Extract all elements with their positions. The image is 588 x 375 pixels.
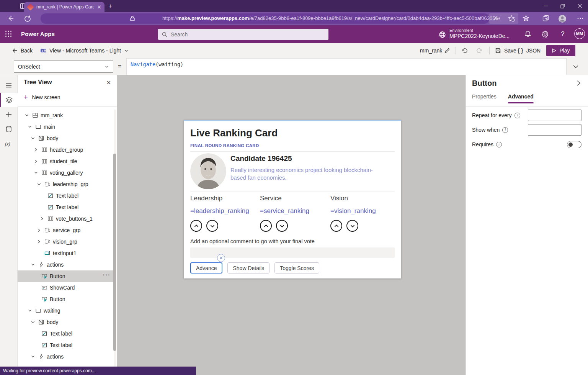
- insert-icon[interactable]: [0, 107, 18, 122]
- new-screen-button[interactable]: + New screen: [24, 94, 60, 100]
- formula-input[interactable]: Navigate(waiting): [126, 58, 567, 75]
- play-button[interactable]: Play: [546, 45, 575, 56]
- formula-expand-icon[interactable]: [572, 63, 580, 70]
- chevron-right-icon[interactable]: [34, 147, 41, 153]
- info-icon[interactable]: i: [496, 142, 502, 147]
- undo-icon[interactable]: [462, 43, 468, 58]
- account-avatar[interactable]: MM: [574, 28, 585, 39]
- tree-item-header-group[interactable]: header_group: [18, 144, 114, 156]
- chevron-down-icon[interactable]: [31, 135, 38, 141]
- tree-item-text-label[interactable]: Text label: [18, 201, 114, 213]
- vote-up-button[interactable]: [190, 220, 202, 232]
- design-canvas[interactable]: Live Ranking Card FINAL ROUND RANKING CA…: [117, 75, 466, 375]
- show-when-input[interactable]: [528, 124, 581, 136]
- tree-view-icon[interactable]: [0, 93, 18, 107]
- tree-item-button[interactable]: Button···: [18, 270, 114, 282]
- vote-up-button[interactable]: [260, 220, 272, 232]
- search-input[interactable]: [171, 31, 325, 38]
- tree-item-actions[interactable]: actions: [18, 259, 114, 270]
- show-details-button[interactable]: Show Details: [227, 262, 270, 273]
- tree-item-text-label[interactable]: Text label: [18, 190, 114, 201]
- chevron-down-icon[interactable]: [28, 308, 35, 314]
- back-icon[interactable]: [7, 15, 15, 22]
- advance-button[interactable]: Advance: [190, 262, 222, 273]
- panel-collapse-icon[interactable]: [575, 80, 582, 87]
- view-theme-selector[interactable]: T View - Microsoft Teams - Light: [40, 43, 129, 58]
- app-name[interactable]: Power Apps: [21, 31, 55, 37]
- browser-tab[interactable]: mm_rank | Power Apps Cards ✕: [24, 2, 105, 12]
- live-ranking-card[interactable]: Live Ranking Card FINAL ROUND RANKING CA…: [184, 120, 401, 278]
- info-icon[interactable]: i: [514, 113, 520, 118]
- tree-item-service-grp[interactable]: service_grp: [18, 224, 114, 236]
- tree-item-actions[interactable]: actions: [18, 351, 114, 362]
- tree-item-vote-buttons-1[interactable]: vote_buttons_1: [18, 213, 114, 224]
- favorites-icon[interactable]: [522, 15, 530, 22]
- help-icon[interactable]: ?: [559, 30, 567, 38]
- settings-gear-icon[interactable]: [541, 30, 549, 38]
- environment-picker[interactable]: Environment MPPC2022-KeynoteDe...: [439, 28, 510, 39]
- search-box[interactable]: [158, 29, 328, 40]
- repeat-for-every-input[interactable]: [528, 110, 581, 121]
- chevron-down-icon[interactable]: [34, 170, 41, 176]
- more-options-icon[interactable]: ···: [103, 272, 111, 278]
- tree-item-text-label[interactable]: Text label: [18, 339, 114, 351]
- tree-item-textinput1[interactable]: textInput1: [18, 247, 114, 259]
- back-button[interactable]: Back: [11, 43, 33, 58]
- dismiss-x-icon[interactable]: ✕: [217, 254, 225, 262]
- tree-item-showcard[interactable]: ShowCard: [18, 282, 114, 293]
- data-icon[interactable]: [0, 122, 18, 136]
- json-button[interactable]: { } JSON: [518, 43, 541, 58]
- info-icon[interactable]: i: [502, 127, 508, 133]
- chevron-down-icon[interactable]: [31, 319, 38, 325]
- browser-profile-icon[interactable]: [558, 15, 566, 22]
- formulas-icon[interactable]: (x): [0, 136, 18, 151]
- tab-close-icon[interactable]: ✕: [97, 4, 101, 10]
- notifications-icon[interactable]: [524, 30, 532, 38]
- lock-icon[interactable]: [129, 15, 136, 21]
- chevron-right-icon[interactable]: [37, 227, 44, 233]
- property-selector[interactable]: OnSelect: [14, 61, 113, 73]
- toggle-scores-button[interactable]: Toggle Scores: [274, 262, 319, 273]
- vote-down-button[interactable]: [346, 220, 358, 232]
- read-aloud-icon[interactable]: A: [493, 15, 501, 22]
- tree-scrollbar[interactable]: [114, 110, 116, 374]
- tree-item-body[interactable]: body: [18, 316, 114, 328]
- tree-view-close-icon[interactable]: ✕: [105, 79, 112, 86]
- new-tab-icon[interactable]: +: [108, 3, 112, 9]
- tree-item-voting-gallery[interactable]: voting_gallery: [18, 167, 114, 178]
- favorite-add-icon[interactable]: [508, 15, 515, 22]
- vote-up-button[interactable]: [330, 220, 342, 232]
- window-restore-icon[interactable]: [554, 0, 571, 12]
- tree-item-leadership-grp[interactable]: leadership_grp: [18, 178, 114, 190]
- refresh-icon[interactable]: [24, 15, 31, 22]
- browser-settings-more-icon[interactable]: [577, 15, 584, 22]
- window-minimize-icon[interactable]: [537, 0, 554, 12]
- tree-item-body[interactable]: body: [18, 133, 114, 144]
- redo-icon[interactable]: [476, 43, 482, 58]
- requires-toggle[interactable]: [567, 141, 581, 148]
- chevron-down-icon[interactable]: [31, 262, 38, 268]
- url-bar[interactable]: https://make.preview.powerapps.com/e/7ad…: [41, 13, 489, 24]
- tree-scrollbar-thumb[interactable]: [113, 154, 116, 351]
- chevron-right-icon[interactable]: [40, 216, 47, 222]
- tree-item-vision-grp[interactable]: vision_grp: [18, 236, 114, 247]
- chevron-right-icon[interactable]: [34, 158, 41, 164]
- tree-item-text-label[interactable]: Text label: [18, 328, 114, 339]
- waffle-icon[interactable]: [5, 31, 12, 38]
- chevron-down-icon[interactable]: [31, 354, 38, 360]
- collections-icon[interactable]: [542, 15, 550, 22]
- menu-icon[interactable]: [0, 78, 18, 93]
- rename-pencil-icon[interactable]: [444, 43, 450, 58]
- tab-properties[interactable]: Properties: [472, 93, 497, 103]
- tree-item-main[interactable]: main: [18, 121, 114, 133]
- tree-item-student-tile[interactable]: student_tile: [18, 156, 114, 167]
- tab-advanced[interactable]: Advanced: [508, 93, 534, 103]
- vote-down-button[interactable]: [206, 220, 218, 232]
- save-button[interactable]: Save: [495, 43, 516, 58]
- chevron-right-icon[interactable]: [37, 239, 44, 245]
- chevron-down-icon[interactable]: [28, 124, 35, 130]
- vote-down-button[interactable]: [276, 220, 288, 232]
- chevron-down-icon[interactable]: [37, 181, 44, 187]
- chevron-down-icon[interactable]: [24, 112, 32, 118]
- tree-item-mm-rank[interactable]: mm_rank: [18, 110, 114, 121]
